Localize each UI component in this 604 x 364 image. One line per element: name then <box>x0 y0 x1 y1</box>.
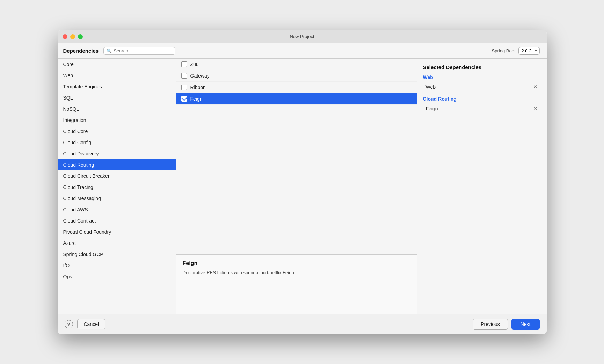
dialog-body: Core Web Template Engines SQL NoSQL Inte… <box>58 59 547 314</box>
dependencies-label: Dependencies <box>63 48 99 54</box>
help-button[interactable]: ? <box>65 320 73 328</box>
remove-feign-button[interactable]: ✕ <box>532 106 538 111</box>
left-list-item[interactable]: I/O <box>58 260 176 271</box>
top-bar-left: Dependencies 🔍 <box>63 47 176 55</box>
left-list-item[interactable]: Azure <box>58 238 176 249</box>
section-web-title: Web <box>423 74 541 80</box>
title-bar: New Project <box>58 30 547 43</box>
left-list-item[interactable]: Cloud Discovery <box>58 148 176 159</box>
close-button[interactable] <box>63 34 67 39</box>
new-project-dialog: New Project Dependencies 🔍 Spring Boot 2… <box>58 30 547 334</box>
version-wrapper[interactable]: 2.0.2 2.1.0 2.1.1 1.5.x <box>518 47 540 55</box>
zuul-label: Zuul <box>190 61 200 67</box>
feign-label: Feign <box>190 96 203 102</box>
feign-checkbox[interactable] <box>181 96 187 102</box>
dep-list-item-zuul[interactable]: Zuul <box>176 59 417 70</box>
window-title: New Project <box>290 34 314 39</box>
footer: ? Cancel Previous Next <box>58 314 547 334</box>
left-list-item[interactable]: Cloud Circuit Breaker <box>58 170 176 182</box>
left-list-item[interactable]: Template Engines <box>58 81 176 92</box>
version-select[interactable]: 2.0.2 2.1.0 2.1.1 1.5.x <box>518 47 540 55</box>
left-list: Core Web Template Engines SQL NoSQL Inte… <box>58 59 176 314</box>
spring-boot-label: Spring Boot <box>492 48 516 53</box>
selected-dep-feign: Feign ✕ <box>423 104 541 114</box>
left-list-item[interactable]: Integration <box>58 115 176 126</box>
search-input[interactable] <box>114 48 172 53</box>
left-list-item[interactable]: Ops <box>58 271 176 282</box>
right-panel: Selected Dependencies Web Web ✕ Cloud Ro… <box>417 59 547 314</box>
left-list-item[interactable]: Core <box>58 59 176 70</box>
previous-button[interactable]: Previous <box>473 319 508 330</box>
selected-deps-title: Selected Dependencies <box>423 64 541 70</box>
left-list-item-cloud-routing[interactable]: Cloud Routing <box>58 159 176 170</box>
cancel-button[interactable]: Cancel <box>77 319 106 329</box>
left-list-item[interactable]: Cloud Core <box>58 126 176 137</box>
description-title: Feign <box>183 260 411 267</box>
gateway-label: Gateway <box>190 73 210 79</box>
dependency-list: Zuul Gateway Ribbon Feign <box>176 59 417 105</box>
left-list-item-cloud-tracing[interactable]: Cloud Tracing <box>58 182 176 193</box>
remove-web-button[interactable]: ✕ <box>532 84 538 90</box>
footer-right: Previous Next <box>473 319 539 330</box>
search-icon: 🔍 <box>107 49 112 53</box>
description-text: Declarative REST clients with spring-clo… <box>183 269 411 276</box>
window-controls <box>63 34 83 39</box>
search-box[interactable]: 🔍 <box>103 47 175 55</box>
left-list-item-cloud-messaging[interactable]: Cloud Messaging <box>58 193 176 204</box>
left-list-item[interactable]: Cloud AWS <box>58 204 176 215</box>
left-panel: Core Web Template Engines SQL NoSQL Inte… <box>58 59 176 314</box>
dep-list-item-gateway[interactable]: Gateway <box>176 70 417 82</box>
left-list-item[interactable]: SQL <box>58 92 176 103</box>
next-button[interactable]: Next <box>511 319 540 330</box>
section-cloud-routing-title: Cloud Routing <box>423 96 541 102</box>
ribbon-label: Ribbon <box>190 85 206 90</box>
dep-list-item-feign[interactable]: Feign <box>176 93 417 105</box>
description-panel: Feign Declarative REST clients with spri… <box>176 255 417 314</box>
middle-panel: Zuul Gateway Ribbon Feign <box>176 59 417 314</box>
maximize-button[interactable] <box>78 34 83 39</box>
left-list-item[interactable]: NoSQL <box>58 103 176 115</box>
left-list-item[interactable]: Spring Cloud GCP <box>58 249 176 260</box>
spring-boot-section: Spring Boot 2.0.2 2.1.0 2.1.1 1.5.x <box>492 47 540 55</box>
gateway-checkbox[interactable] <box>181 73 187 79</box>
ribbon-checkbox[interactable] <box>181 85 187 90</box>
zuul-checkbox[interactable] <box>181 61 187 67</box>
middle-top: Zuul Gateway Ribbon Feign <box>176 59 417 255</box>
minimize-button[interactable] <box>70 34 75 39</box>
selected-dep-web: Web ✕ <box>423 82 541 92</box>
web-dep-label: Web <box>426 84 436 90</box>
dep-list-item-ribbon[interactable]: Ribbon <box>176 82 417 93</box>
footer-left: ? Cancel <box>65 319 106 329</box>
left-list-item[interactable]: Cloud Config <box>58 137 176 148</box>
left-list-item[interactable]: Pivotal Cloud Foundry <box>58 226 176 238</box>
feign-dep-label: Feign <box>426 106 438 111</box>
left-list-item[interactable]: Cloud Contract <box>58 215 176 226</box>
left-list-item[interactable]: Web <box>58 70 176 81</box>
top-bar: Dependencies 🔍 Spring Boot 2.0.2 2.1.0 2… <box>58 43 547 59</box>
